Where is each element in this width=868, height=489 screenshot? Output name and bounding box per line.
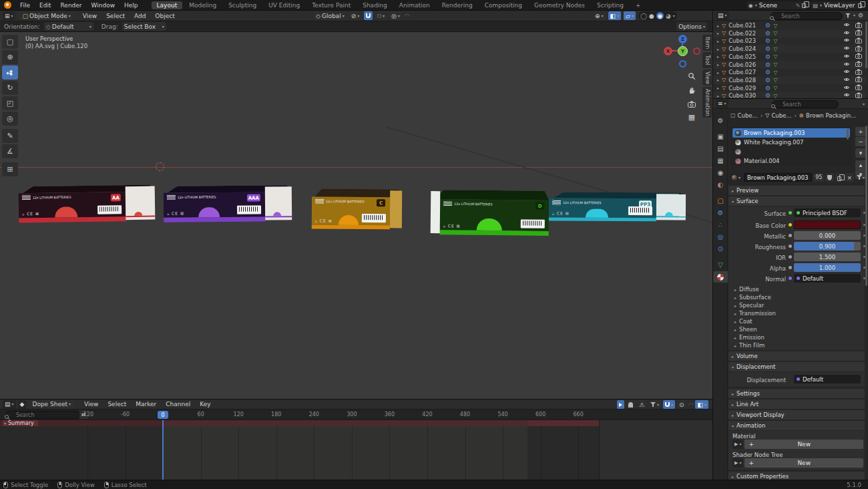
sidebar-tab-tool[interactable]: Tool — [702, 52, 712, 68]
object-name[interactable]: Cube.021 — [728, 22, 756, 29]
alpha-slider[interactable]: 1.000 — [794, 263, 861, 272]
displacement-field[interactable]: Default — [794, 375, 861, 383]
render-camera-icon[interactable] — [855, 61, 862, 68]
outliner-row-cube-028[interactable]: ▸▽Cube.028⚙▽ — [713, 76, 866, 84]
subpanel-diffuse[interactable]: ▸Diffuse — [734, 286, 759, 293]
menu-help[interactable]: Help — [120, 2, 143, 9]
base-color-swatch[interactable] — [794, 220, 861, 229]
slot-specials-dropdown[interactable]: ▾ — [855, 148, 866, 158]
subpanel-sheen[interactable]: ▸Sheen — [734, 326, 757, 333]
transform-orientation-dropdown[interactable]: ◇Global▾ — [314, 11, 347, 20]
panel-volume[interactable]: ▸Volume — [728, 351, 865, 361]
expand-icon[interactable]: ▸ — [717, 70, 719, 75]
workspace-tab-modeling[interactable]: Modeling — [184, 1, 222, 9]
show-gizmo-dropdown[interactable]: ⊕▾ — [593, 11, 606, 20]
xray-toggle[interactable]: ▱▾ — [624, 11, 636, 20]
perspective-grid-icon[interactable]: ▦ — [686, 112, 697, 122]
hide-eye-icon[interactable] — [843, 22, 850, 29]
expand-icon[interactable]: ▸ — [717, 31, 719, 35]
render-camera-icon[interactable] — [855, 92, 862, 99]
proportional-edit-toggle[interactable]: ⊙ — [677, 400, 686, 409]
material-slot-empty[interactable] — [732, 147, 850, 156]
properties-tab-scene[interactable]: ◉ — [713, 167, 728, 178]
panel-animation[interactable]: ▾Animation — [728, 421, 865, 430]
workspace-tab-texture-paint[interactable]: Texture Paint — [306, 1, 356, 9]
show-overlays-dropdown[interactable]: ◧▾ — [608, 11, 622, 20]
mesh-data-icon[interactable]: ▽ — [773, 53, 777, 59]
menu-file[interactable]: File — [15, 2, 35, 9]
expand-icon[interactable]: ▸ — [717, 39, 719, 43]
add-slot-button[interactable]: + — [855, 127, 866, 136]
playhead-badge[interactable]: 0 — [158, 411, 168, 419]
expand-icon[interactable]: ▸ — [717, 94, 719, 98]
workspace-tab-rendering[interactable]: Rendering — [437, 1, 478, 9]
modifier-wrench-icon[interactable]: ⚙ — [765, 53, 771, 60]
shading-dropdown[interactable]: ▾ — [673, 14, 675, 18]
outliner-row-cube-030[interactable]: ▸▽Cube.030⚙▽ — [713, 92, 866, 99]
properties-tab-object[interactable]: ▢ — [713, 195, 728, 206]
tool-rotate-button[interactable]: ↻ — [2, 81, 18, 95]
mesh-data-icon[interactable]: ▽ — [773, 30, 777, 36]
roughness-slider[interactable]: 0.900 — [794, 242, 861, 251]
zoom-tool-icon[interactable] — [686, 71, 697, 82]
mesh-data-icon[interactable]: ▽ — [773, 93, 777, 99]
hide-eye-icon[interactable] — [843, 69, 850, 75]
object-name[interactable]: Cube.023 — [728, 37, 756, 44]
unlink-material-button[interactable]: × — [845, 173, 854, 182]
outliner-row-cube-021[interactable]: ▸▽Cube.021⚙▽ — [713, 21, 866, 29]
viewlayer-name[interactable]: ViewLayer — [824, 2, 856, 9]
material-slot-white-packaging-007[interactable]: White Packaging.007 — [732, 138, 850, 147]
battery-package-c[interactable]: 12x LITHIUM BATTERIESC▵ CE ⊠ — [312, 189, 402, 230]
properties-tab-particles[interactable]: ∴ — [713, 219, 728, 230]
tool-add-cube-button[interactable]: ⊞ — [2, 162, 18, 176]
dopesheet-channel-area[interactable]: ▾Summary — [0, 420, 712, 480]
dopesheet-menu-view[interactable]: View — [79, 401, 103, 408]
outliner-row-cube-029[interactable]: ▸▽Cube.029⚙▽ — [713, 84, 866, 92]
workspace-tab-animation[interactable]: Animation — [394, 1, 435, 9]
navigation-gizmo[interactable]: Z X Y — [659, 35, 707, 72]
dopesheet-menu-channel[interactable]: Channel — [161, 401, 195, 408]
object-name[interactable]: Cube.027 — [728, 69, 756, 75]
surface-shader-button[interactable]: Principled BSDF — [794, 208, 861, 217]
normal-field[interactable]: Default — [794, 274, 861, 283]
dopesheet-ruler[interactable]: ⇄ -120-606012018024030036042048054060066… — [0, 410, 712, 420]
summary-channel-row[interactable]: ▾Summary — [0, 420, 599, 426]
outliner-row-cube-024[interactable]: ▸▽Cube.024⚙▽ — [713, 45, 866, 53]
menu-window[interactable]: Window — [87, 2, 120, 9]
mesh-data-icon[interactable]: ▽ — [773, 46, 777, 52]
modifier-wrench-icon[interactable]: ⚙ — [765, 69, 771, 75]
mesh-data-icon[interactable]: ▽ — [773, 69, 777, 75]
gizmo-axis-z[interactable]: Z — [678, 35, 687, 43]
outliner-display-mode-dropdown[interactable]: ▤▾ — [716, 11, 729, 20]
render-camera-icon[interactable] — [855, 69, 862, 76]
gizmo-axis-x[interactable]: X — [664, 47, 672, 55]
new-material-button[interactable]: +New — [744, 440, 863, 449]
hide-eye-icon[interactable] — [843, 30, 850, 37]
gizmo-axis-z-neg[interactable] — [679, 60, 686, 67]
battery-package-aaa[interactable]: 12x LITHIUM BATTERIESAAA▵ CE ⊠ — [164, 185, 292, 222]
workspace-tab-sculpting[interactable]: Sculpting — [223, 1, 262, 9]
hide-eye-icon[interactable] — [843, 92, 850, 99]
users-count-button[interactable]: 95 — [813, 173, 824, 182]
mode-dropdown[interactable]: ▢Object Mode▾ — [19, 11, 74, 20]
panel-line-art[interactable]: ▸Line Art — [728, 399, 865, 409]
show-hidden-toggle[interactable] — [626, 400, 635, 409]
dopesheet-menu-select[interactable]: Select — [103, 401, 131, 408]
hide-eye-icon[interactable] — [843, 85, 850, 92]
properties-tab-output[interactable]: ▤ — [713, 143, 728, 154]
tool-select-box-button[interactable]: ▢ — [2, 35, 18, 49]
menu-edit[interactable]: Edit — [35, 2, 55, 9]
properties-tab-object-data[interactable]: ▽ — [713, 259, 728, 271]
outliner-row-cube-022[interactable]: ▸▽Cube.022⚙▽ — [713, 29, 866, 37]
outliner-search-input[interactable] — [771, 12, 843, 20]
gizmo-axis-y[interactable]: Y — [678, 46, 688, 56]
mesh-data-icon[interactable]: ▽ — [773, 38, 777, 44]
outliner-row-cube-025[interactable]: ▸▽Cube.025⚙▽ — [713, 53, 866, 61]
metallic-slider[interactable]: 0.000 — [794, 231, 861, 240]
properties-tab-material[interactable] — [713, 271, 728, 283]
shading-material-button[interactable]: ◉ — [656, 12, 664, 19]
material-slot-material-004[interactable]: Material.004 — [732, 156, 850, 166]
drag-mode-dropdown[interactable]: Select Box▾ — [122, 22, 166, 31]
render-camera-icon[interactable] — [855, 22, 862, 29]
remove-slot-button[interactable]: − — [855, 137, 866, 146]
